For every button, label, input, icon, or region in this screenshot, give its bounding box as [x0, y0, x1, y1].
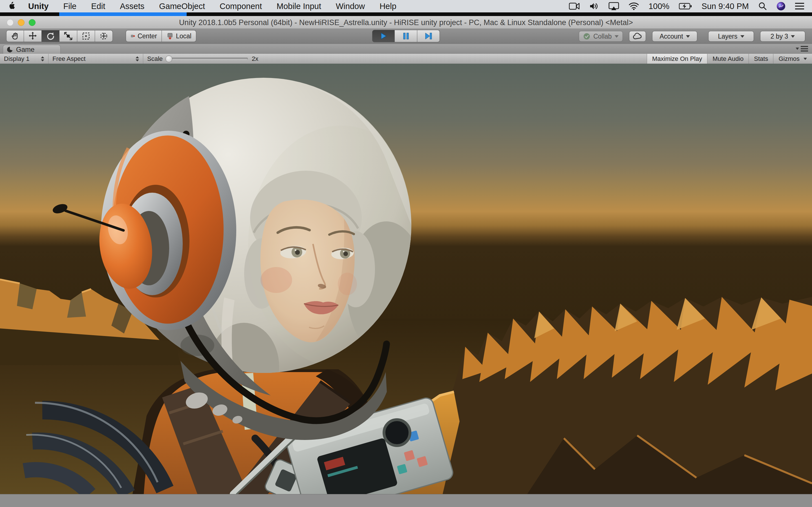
- bottom-panel-edge: [0, 494, 812, 507]
- macos-menu-bar: Unity File Edit Assets GameObject Compon…: [0, 0, 812, 12]
- desktop-gap-strip: [0, 12, 812, 16]
- scale-tool-button[interactable]: [59, 30, 77, 42]
- account-dropdown[interactable]: Account: [652, 31, 697, 42]
- mars-scene: [0, 64, 812, 494]
- scale-label: Scale: [147, 55, 163, 62]
- window-title: Unity 2018.1.0b5 Personal (64bit) - NewH…: [0, 16, 812, 29]
- battery-charging-icon[interactable]: [679, 3, 692, 10]
- pivot-center-button[interactable]: Center: [126, 30, 162, 42]
- layout-dropdown[interactable]: 2 by 3: [760, 31, 805, 42]
- pack-lens: [384, 420, 410, 446]
- collab-label: Collab: [593, 33, 612, 40]
- game-view-control-bar: Display 1 Free Aspect Scale 2x Maximize …: [0, 54, 812, 64]
- move-tool-button[interactable]: [24, 30, 42, 42]
- display-dropdown[interactable]: Display 1: [0, 54, 49, 64]
- scale-slider-track[interactable]: [167, 58, 248, 60]
- window-title-bar: Unity 2018.1.0b5 Personal (64bit) - NewH…: [0, 16, 812, 29]
- scale-value: 2x: [252, 55, 258, 62]
- mute-audio-button[interactable]: Mute Audio: [707, 54, 749, 64]
- scale-slider-group: Scale 2x: [143, 54, 262, 64]
- menu-item-gameobject[interactable]: GameObject: [159, 2, 205, 11]
- menu-clock[interactable]: Sun 9:40 PM: [702, 2, 749, 11]
- unity-toolbar: Center Local Collab: [0, 29, 812, 44]
- aspect-dropdown-label: Free Aspect: [52, 55, 132, 62]
- gizmos-label: Gizmos: [778, 55, 800, 62]
- video-camera-icon[interactable]: [569, 2, 580, 10]
- layers-dropdown[interactable]: Layers: [708, 31, 754, 42]
- battery-percent: 100%: [649, 2, 669, 11]
- pivot-local-label: Local: [176, 33, 192, 40]
- gizmos-dropdown[interactable]: Gizmos: [773, 54, 812, 64]
- notification-center-icon[interactable]: [795, 3, 804, 10]
- scale-slider-thumb[interactable]: [165, 55, 172, 62]
- menu-item-mobile-input[interactable]: Mobile Input: [276, 2, 321, 11]
- tab-menu-icon[interactable]: [801, 46, 808, 52]
- rect-tool-button[interactable]: [77, 30, 95, 42]
- game-tab-icon: [6, 46, 13, 53]
- menu-item-edit[interactable]: Edit: [91, 2, 105, 11]
- game-view-tab-strip: Game: [0, 44, 812, 54]
- transform-tool-button[interactable]: [95, 30, 113, 42]
- siri-icon[interactable]: [776, 2, 785, 11]
- menu-item-unity[interactable]: Unity: [28, 2, 49, 11]
- updown-arrows-icon: [41, 56, 44, 61]
- stats-button[interactable]: Stats: [749, 54, 773, 64]
- layout-label: 2 by 3: [770, 33, 788, 40]
- menu-item-window[interactable]: Window: [336, 2, 365, 11]
- layers-label: Layers: [718, 33, 737, 40]
- pause-button[interactable]: [395, 30, 417, 42]
- cloud-button[interactable]: [629, 31, 646, 42]
- tab-game[interactable]: Game: [3, 45, 61, 54]
- play-button[interactable]: [372, 30, 395, 42]
- maximize-on-play-button[interactable]: Maximize On Play: [647, 54, 707, 64]
- pivot-local-button[interactable]: Local: [162, 30, 196, 42]
- menu-item-component[interactable]: Component: [220, 2, 262, 11]
- menu-item-file[interactable]: File: [63, 2, 77, 11]
- game-render-viewport[interactable]: [0, 64, 812, 494]
- rotate-tool-button[interactable]: [42, 30, 59, 42]
- background-blue-bar: [59, 12, 187, 16]
- aspect-dropdown[interactable]: Free Aspect: [49, 54, 143, 64]
- wifi-icon[interactable]: [629, 2, 639, 10]
- menu-item-assets[interactable]: Assets: [120, 2, 144, 11]
- display-dropdown-label: Display 1: [4, 55, 38, 62]
- maximize-on-play-label: Maximize On Play: [652, 55, 702, 62]
- airplay-display-icon[interactable]: [608, 2, 619, 10]
- screen: Unity File Edit Assets GameObject Compon…: [0, 0, 812, 507]
- account-label: Account: [659, 33, 683, 40]
- collab-button[interactable]: Collab: [579, 31, 623, 42]
- volume-icon[interactable]: [589, 2, 599, 10]
- spotlight-search-icon[interactable]: [758, 2, 767, 10]
- step-button[interactable]: [417, 30, 440, 42]
- stats-label: Stats: [754, 55, 768, 62]
- menu-item-help[interactable]: Help: [379, 2, 396, 11]
- pivot-center-label: Center: [138, 33, 157, 40]
- gizmos-arrow-icon: [804, 58, 807, 60]
- game-tab-label: Game: [16, 46, 35, 54]
- tab-dropdown-icon[interactable]: [796, 48, 799, 50]
- updown-arrows-icon: [136, 56, 139, 61]
- hand-tool-button[interactable]: [6, 30, 24, 42]
- mute-audio-label: Mute Audio: [712, 55, 744, 62]
- apple-menu-icon[interactable]: [8, 1, 15, 12]
